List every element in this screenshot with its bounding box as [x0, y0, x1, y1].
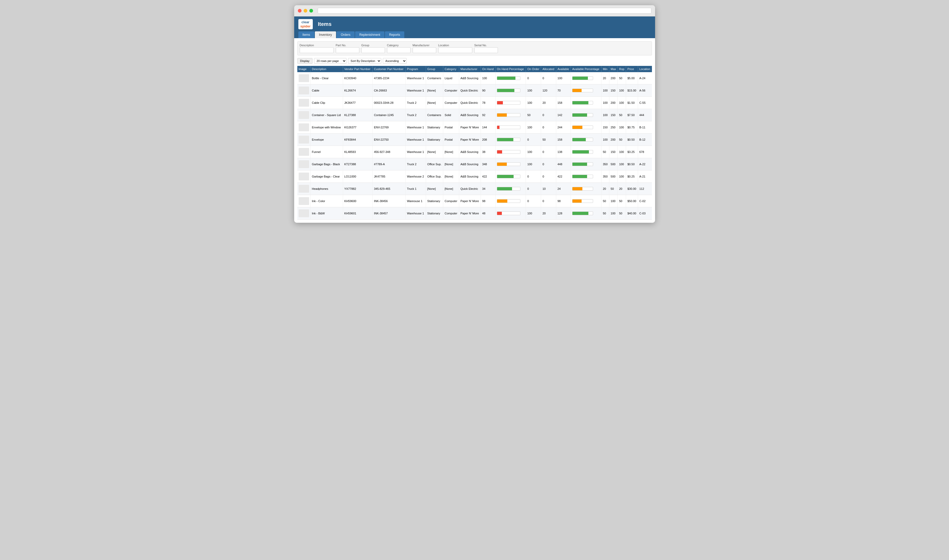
nav-tab-replenishment[interactable]: Replenishment: [355, 31, 385, 38]
row-on-hand-pct: [495, 146, 526, 158]
row-image: [297, 72, 311, 85]
row-manufacturer: A&B Sourcing: [459, 146, 481, 158]
table-row: Container - Square Lid KL27388 Container…: [297, 109, 652, 121]
filter-description-input[interactable]: [300, 47, 334, 53]
close-button[interactable]: [298, 9, 301, 12]
row-customer-part: ENV-22750: [372, 134, 405, 146]
row-price: $40.00: [626, 207, 638, 220]
row-allocated: 20: [541, 97, 556, 109]
row-location: 444: [638, 109, 652, 121]
row-group: [None]: [426, 146, 443, 158]
nav-tabs: Items Inventory Orders Replenishment Rep…: [298, 31, 651, 38]
row-on-order: 0: [526, 134, 541, 146]
filter-serialno-input[interactable]: [474, 47, 498, 53]
row-rop: 50: [618, 109, 626, 121]
nav-tab-inventory[interactable]: Inventory: [315, 31, 336, 38]
filter-serialno-label: Serial No.: [474, 44, 498, 47]
row-available: 158: [556, 134, 571, 146]
image-placeholder: [298, 160, 309, 168]
row-price: $1.50: [626, 97, 638, 109]
row-location: B-11: [638, 121, 652, 134]
row-on-order: 100: [526, 158, 541, 171]
row-on-order: 100: [526, 121, 541, 134]
filter-category: Category: [387, 44, 411, 53]
filter-category-input[interactable]: [387, 47, 411, 53]
avail-bar-fill: [572, 114, 587, 117]
row-description: Garbage Bags - Clear: [311, 171, 343, 183]
minimize-button[interactable]: [304, 9, 307, 12]
row-vendor-part: KF83844: [343, 134, 372, 146]
row-rop: 20: [618, 183, 626, 195]
filter-group-input[interactable]: [361, 47, 385, 53]
row-vendor-part: KH59600: [343, 195, 372, 207]
row-price: $0.50: [626, 158, 638, 171]
sort-order-select[interactable]: Ascending Descending: [383, 58, 407, 64]
row-on-order: 100: [526, 146, 541, 158]
row-allocated: 50: [541, 134, 556, 146]
row-group: [None]: [426, 97, 443, 109]
row-allocated: 0: [541, 109, 556, 121]
row-group: Containers: [426, 72, 443, 85]
maximize-button[interactable]: [309, 9, 313, 12]
filter-location-input[interactable]: [438, 47, 472, 53]
filter-partno-input[interactable]: [336, 47, 359, 53]
row-category: Postal: [443, 121, 459, 134]
table-row: Headphones YX77882 345-829-465 Truck 1 […: [297, 183, 652, 195]
url-bar[interactable]: [318, 8, 651, 14]
rows-per-page-select[interactable]: 20 rows per page 50 rows per page 100 ro…: [314, 58, 346, 64]
row-customer-part: 47385-2234: [372, 72, 405, 85]
on-hand-bar: [497, 126, 520, 129]
row-min: 100: [601, 134, 609, 146]
avail-bar: [572, 89, 593, 92]
row-program: Warehouse 1: [406, 134, 426, 146]
row-on-hand-pct: [495, 171, 526, 183]
avail-bar: [572, 187, 593, 191]
row-vendor-part: KL26674: [343, 85, 372, 97]
row-description: Envelope with Window: [311, 121, 343, 134]
col-header-image: Image: [297, 66, 311, 72]
row-manufacturer: Quick Electric: [459, 183, 481, 195]
row-min: 100: [601, 85, 609, 97]
row-min: 100: [601, 109, 609, 121]
avail-bar: [572, 199, 593, 203]
row-on-order: 0: [526, 171, 541, 183]
row-on-order: 0: [526, 72, 541, 85]
nav-tab-reports[interactable]: Reports: [385, 31, 404, 38]
row-location: C-55: [638, 97, 652, 109]
display-button[interactable]: Display: [297, 58, 312, 64]
nav-tab-orders[interactable]: Orders: [337, 31, 355, 38]
row-customer-part: 345-829-465: [372, 183, 405, 195]
page-title: Items: [318, 21, 651, 27]
row-price: $15.00: [626, 85, 638, 97]
row-available: 158: [556, 97, 571, 109]
row-rop: 50: [618, 207, 626, 220]
on-hand-bar-fill: [497, 175, 514, 178]
row-avail-pct: [571, 207, 601, 220]
avail-bar: [572, 76, 593, 80]
nav-tab-items[interactable]: Items: [298, 31, 314, 38]
row-image: [297, 109, 311, 121]
row-allocated: 20: [541, 207, 556, 220]
row-description: Funnel: [311, 146, 343, 158]
avail-bar-fill: [572, 89, 581, 92]
row-available: 24: [556, 183, 571, 195]
row-available: 422: [556, 171, 571, 183]
image-placeholder: [298, 197, 309, 205]
image-placeholder: [298, 111, 309, 119]
row-max: 100: [609, 207, 618, 220]
row-manufacturer: Paper N' More: [459, 134, 481, 146]
avail-bar-fill: [572, 77, 588, 80]
col-header-group: Group: [426, 66, 443, 72]
table-row: Garbage Bags - Black KT27388 #7789-A Tru…: [297, 158, 652, 171]
row-vendor-part: JK36477: [343, 97, 372, 109]
col-header-on-order: On Order: [526, 66, 541, 72]
row-description: Container - Square Lid: [311, 109, 343, 121]
row-manufacturer: Quick Electric: [459, 97, 481, 109]
filter-manufacturer-input[interactable]: [413, 47, 436, 53]
sort-by-select[interactable]: Sort By Description Sort By Part No.: [348, 58, 381, 64]
image-placeholder: [298, 86, 309, 94]
on-hand-bar: [497, 101, 520, 105]
col-header-on-hand-pct: On Hand Percentage: [495, 66, 526, 72]
avail-bar-fill: [572, 163, 587, 166]
row-program: Warehouse 1: [406, 207, 426, 220]
